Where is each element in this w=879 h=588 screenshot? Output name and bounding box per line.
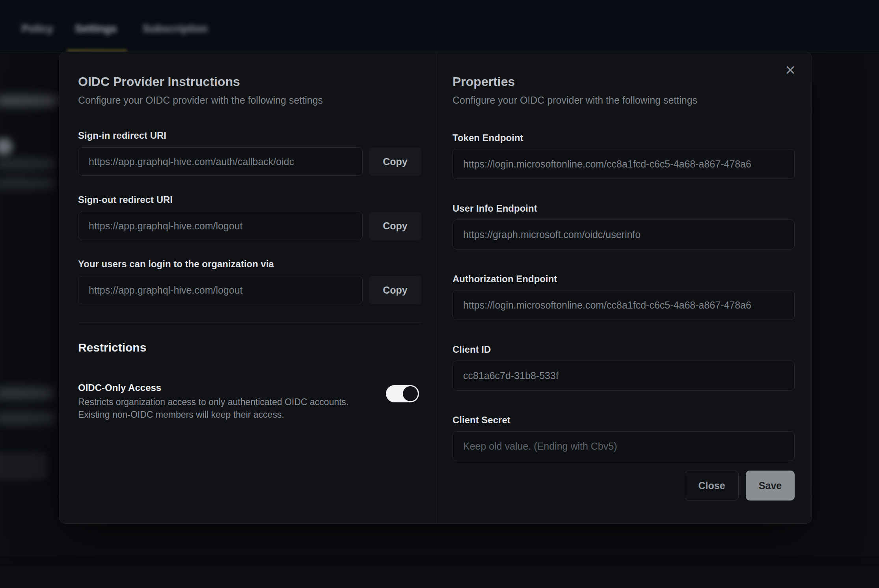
user-info-endpoint-label: User Info Endpoint	[453, 202, 795, 215]
blurred-background-button	[0, 452, 48, 480]
instructions-subtitle: Configure your OIDC provider with the fo…	[78, 93, 421, 107]
token-endpoint-label: Token Endpoint	[453, 131, 795, 144]
blurred-background-text	[0, 159, 55, 169]
properties-subtitle: Configure your OIDC provider with the fo…	[453, 93, 795, 107]
sign-in-redirect-uri-label: Sign-in redirect URI	[78, 129, 421, 142]
tab-settings[interactable]: Settings	[75, 23, 117, 35]
authorization-endpoint-input[interactable]	[453, 290, 795, 320]
background-header: Policy Settings Subscription	[0, 0, 879, 52]
oidc-instructions-section: OIDC Provider Instructions Configure you…	[78, 74, 421, 421]
page-root: Policy Settings Subscription ✕ OIDC Prov…	[0, 0, 879, 588]
client-id-label: Client ID	[453, 343, 795, 356]
sign-out-redirect-uri-input[interactable]	[78, 212, 363, 240]
properties-section: Properties Configure your OIDC provider …	[453, 74, 795, 501]
oidc-only-access-description: Restricts organization access to only au…	[78, 396, 366, 421]
blurred-background-text	[0, 178, 55, 188]
copy-sign-in-uri-button[interactable]: Copy	[369, 147, 421, 176]
client-secret-label: Client Secret	[453, 413, 795, 426]
authorization-endpoint-label: Authorization Endpoint	[453, 272, 795, 285]
save-button[interactable]: Save	[746, 471, 795, 501]
background-band	[0, 556, 879, 567]
blurred-background-text	[0, 96, 57, 106]
restrictions-title: Restrictions	[78, 340, 421, 355]
oidc-only-access-text: OIDC-Only Access Restricts organization …	[78, 381, 366, 421]
blurred-background-avatar	[0, 138, 13, 155]
section-divider	[78, 322, 421, 323]
login-via-input[interactable]	[78, 276, 363, 304]
client-secret-input[interactable]	[453, 431, 795, 461]
sign-in-redirect-uri-input[interactable]	[78, 147, 363, 176]
copy-sign-out-uri-button[interactable]: Copy	[369, 212, 421, 240]
oidc-only-access-toggle[interactable]	[386, 385, 419, 402]
sign-out-redirect-uri-label: Sign-out redirect URI	[78, 193, 421, 206]
tab-subscription[interactable]: Subscription	[143, 23, 208, 35]
oidc-only-access-row: OIDC-Only Access Restricts organization …	[78, 381, 421, 421]
close-button[interactable]: Close	[685, 471, 739, 501]
token-endpoint-input[interactable]	[453, 149, 795, 179]
description-line-2: Existing non-OIDC members will keep thei…	[78, 409, 284, 420]
column-divider	[436, 52, 436, 523]
copy-login-via-button[interactable]: Copy	[369, 276, 421, 304]
user-info-endpoint-input[interactable]	[453, 220, 795, 249]
oidc-settings-dialog: ✕ OIDC Provider Instructions Configure y…	[59, 52, 812, 524]
login-via-label: Your users can login to the organization…	[78, 257, 421, 270]
oidc-only-access-label: OIDC-Only Access	[78, 381, 366, 394]
description-line-1: Restricts organization access to only au…	[78, 397, 349, 407]
blurred-background-text	[0, 413, 55, 424]
dialog-actions: Close Save	[453, 471, 795, 501]
background-band	[0, 567, 879, 588]
blurred-background-text	[0, 387, 53, 399]
tab-policy[interactable]: Policy	[22, 23, 53, 35]
client-id-input[interactable]	[453, 361, 795, 391]
instructions-title: OIDC Provider Instructions	[78, 74, 421, 89]
properties-title: Properties	[453, 74, 795, 89]
